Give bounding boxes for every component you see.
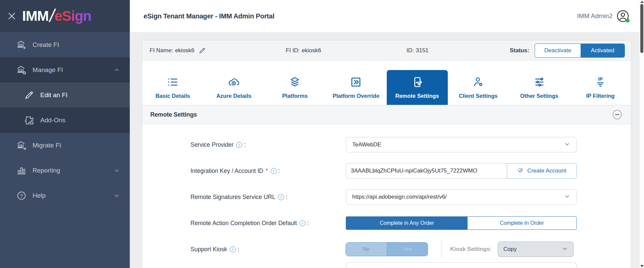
sidebar-item-label: Help bbox=[33, 192, 46, 199]
info-icon[interactable]: i bbox=[278, 194, 284, 200]
service-provider-row: Service Provider i : TeAWebDE bbox=[142, 132, 631, 158]
page-title: eSign Tenant Manager - IMM Admin Portal bbox=[144, 12, 274, 20]
tab-remote-settings[interactable]: Remote Settings bbox=[387, 70, 448, 105]
bank-gear-icon bbox=[16, 64, 27, 76]
remote-url-row: Remote Signatures Service URL i : https:… bbox=[142, 184, 631, 210]
vertical-scrollbar[interactable] bbox=[639, 0, 644, 268]
deactivate-button[interactable]: Deactivate bbox=[535, 44, 581, 57]
sidebar-item-create-fi[interactable]: Create FI bbox=[0, 32, 130, 57]
chevron-down-icon bbox=[562, 246, 568, 253]
sidebar-item-edit-an-fi[interactable]: Edit an FI bbox=[0, 82, 130, 108]
tab-client-settings[interactable]: Client Settings bbox=[448, 70, 509, 105]
sidebar-item-label: Migrate FI bbox=[33, 142, 61, 149]
integration-key-label: Integration Key / Account ID * i : bbox=[191, 168, 280, 175]
imm-esign-logo: IMM / eSign bbox=[22, 6, 91, 26]
required-asterisk: * bbox=[266, 168, 268, 175]
tenant-id: ID: 3151 bbox=[407, 41, 429, 61]
chevron-down-icon bbox=[114, 168, 120, 174]
logo-text-esign: eSign bbox=[55, 8, 91, 24]
tab-platforms[interactable]: Platforms bbox=[264, 70, 325, 105]
fi-name-label: FI Name: bbox=[150, 47, 173, 54]
integration-key-input[interactable]: 3AAABLblqZhCPfuU-npiCakOjy5Ut75_7222WMO bbox=[346, 163, 507, 179]
complete-in-order-option[interactable]: Complete In Order bbox=[468, 217, 576, 229]
fi-id-label: FI ID: bbox=[286, 47, 300, 54]
support-kiosk-label: Support Kiosk i : bbox=[191, 246, 239, 253]
remote-settings-form: Service Provider i : TeAWebDE bbox=[142, 124, 631, 268]
sidebar-item-reporting[interactable]: Reporting bbox=[0, 158, 130, 183]
vertical-divider bbox=[441, 241, 441, 258]
chevron-up-icon bbox=[114, 67, 120, 73]
service-provider-label: Service Provider i : bbox=[191, 141, 246, 148]
scrollbar-up-arrow[interactable] bbox=[640, 1, 644, 3]
settings-tabs: Basic Details Azure Details bbox=[142, 70, 631, 105]
edit-fi-name-icon[interactable] bbox=[199, 47, 207, 55]
tenant-id-label: ID: bbox=[407, 47, 414, 54]
tab-azure-details[interactable]: Azure Details bbox=[203, 70, 264, 105]
completion-order-label: Remote Action Completion Order Default i… bbox=[191, 220, 309, 227]
info-icon[interactable]: i bbox=[236, 142, 242, 148]
completion-order-toggle: Complete in Any Order Complete In Order bbox=[346, 216, 577, 230]
logo-slash: / bbox=[50, 5, 54, 26]
fi-id-value: ekiosk6 bbox=[302, 47, 321, 54]
sidebar: IMM / eSign Create FI bbox=[0, 0, 130, 268]
partial-input bbox=[346, 262, 577, 268]
tenant-card: FI Name: ekiosk6 FI ID: ekiosk6 ID: 3151 bbox=[142, 40, 631, 268]
collapse-panel-icon[interactable] bbox=[613, 110, 622, 119]
puzzle-icon bbox=[23, 115, 35, 126]
kiosk-yes-option[interactable]: Yes bbox=[387, 243, 428, 256]
app-window: IMM / eSign Create FI bbox=[0, 0, 644, 268]
fi-info-bar: FI Name: ekiosk6 FI ID: ekiosk6 ID: 3151 bbox=[142, 41, 631, 61]
question-icon: ? bbox=[16, 190, 27, 201]
fi-id: FI ID: ekiosk6 bbox=[286, 41, 321, 61]
service-provider-select[interactable]: TeAWebDE bbox=[346, 137, 577, 152]
chevron-down-icon bbox=[564, 141, 570, 149]
close-sidebar-icon[interactable] bbox=[6, 10, 17, 22]
create-account-button[interactable]: Create Account bbox=[507, 163, 577, 179]
scrollbar-thumb[interactable] bbox=[640, 4, 643, 53]
tab-basic-details[interactable]: Basic Details bbox=[142, 70, 203, 105]
remote-settings-panel-header: Remote Settings bbox=[142, 105, 631, 124]
kiosk-no-option[interactable]: No bbox=[346, 243, 387, 256]
sidebar-item-manage-fi[interactable]: Manage FI bbox=[0, 57, 130, 82]
tab-other-settings[interactable]: Other Settings bbox=[509, 70, 570, 105]
top-header: eSign Tenant Manager - IMM Admin Portal … bbox=[130, 0, 644, 32]
chevron-down-icon bbox=[564, 193, 570, 201]
sidebar-item-add-ons[interactable]: Add-Ons bbox=[0, 108, 130, 133]
sidebar-item-label: Add-Ons bbox=[40, 117, 65, 124]
scrollbar-down-arrow[interactable] bbox=[640, 265, 644, 267]
create-account-icon bbox=[517, 166, 525, 176]
info-icon[interactable]: i bbox=[230, 246, 236, 252]
sidebar-item-help[interactable]: ? Help bbox=[0, 183, 130, 208]
complete-any-order-option[interactable]: Complete in Any Order bbox=[346, 217, 468, 229]
info-icon[interactable]: i bbox=[300, 220, 306, 226]
user-name: IMM Admin2 bbox=[577, 12, 612, 20]
sidebar-nav: Create FI Manage FI bbox=[0, 32, 130, 208]
user-avatar-icon[interactable] bbox=[616, 10, 629, 22]
sidebar-item-label: Edit an FI bbox=[40, 91, 67, 99]
chevron-down-icon bbox=[114, 193, 120, 199]
layers-icon bbox=[289, 76, 301, 89]
status-label: Status: bbox=[510, 41, 529, 61]
logo-text-imm: IMM bbox=[22, 8, 49, 24]
sidebar-item-label: Manage FI bbox=[33, 66, 63, 74]
kiosk-settings-select[interactable]: Copy bbox=[498, 242, 574, 257]
fi-name: FI Name: ekiosk6 bbox=[150, 41, 207, 61]
pencil-icon bbox=[23, 89, 35, 101]
remote-url-label: Remote Signatures Service URL i : bbox=[191, 194, 287, 201]
activated-button[interactable]: Activated bbox=[581, 44, 625, 57]
kiosk-settings-label: Kiosk Settings: bbox=[450, 246, 492, 253]
next-row-partial bbox=[142, 262, 631, 268]
arrow-box-icon bbox=[350, 76, 362, 89]
integration-key-row: Integration Key / Account ID * i : 3AAAB… bbox=[142, 158, 631, 184]
user-menu[interactable]: IMM Admin2 bbox=[577, 10, 629, 22]
remote-url-select[interactable]: https://api.adobesign.com/api/rest/v6/ bbox=[346, 189, 577, 205]
tab-ip-filtering[interactable]: IP IP Filtering bbox=[570, 70, 631, 105]
user-gear-icon bbox=[472, 76, 484, 89]
online-status-dot bbox=[626, 19, 630, 22]
sidebar-item-label: Reporting bbox=[33, 167, 60, 174]
sidebar-item-migrate-fi[interactable]: Migrate FI bbox=[0, 133, 130, 158]
ip-filter-icon: IP bbox=[594, 76, 606, 89]
bar-chart-icon bbox=[16, 165, 27, 176]
info-icon[interactable]: i bbox=[271, 168, 277, 174]
tab-platform-override[interactable]: Platform Override bbox=[325, 70, 386, 105]
